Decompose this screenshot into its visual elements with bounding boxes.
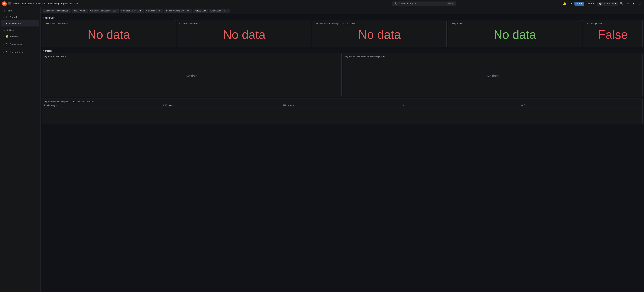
- ingress-section-header[interactable]: ▼ Ingress: [42, 48, 643, 53]
- administration-icon: ⚙: [6, 51, 8, 53]
- notifications-icon[interactable]: 🔔: [562, 1, 567, 6]
- expand-alerting-icon: ›: [4, 35, 4, 37]
- expand-admin-icon: ›: [4, 51, 4, 53]
- controller-class-value[interactable]: All ▾: [137, 9, 144, 13]
- svg-point-1: [4, 3, 5, 4]
- dashboard-content: Datasource Prometheus ▾ Job None ▾ Contr…: [40, 7, 644, 292]
- controller-label: Controller: [145, 9, 156, 13]
- controller-chevron-icon: ▾: [161, 10, 162, 12]
- in-label: IN: [402, 104, 404, 107]
- controller-panels-row: Controller Request Volume No data Contro…: [42, 20, 643, 47]
- time-range-picker[interactable]: 🕐 Last 6 hours ▾: [597, 2, 618, 6]
- filter-controller-namespace: Controller Namespace All ▾: [89, 9, 119, 13]
- controller-success-rate-value: No data: [315, 26, 444, 43]
- topbar: Home / Dashboards / KNIME Hub / Networki…: [0, 0, 644, 7]
- datasource-value-text: Prometheus: [57, 9, 68, 12]
- sidebar-item-alerting-label: Alerting: [10, 35, 18, 38]
- error-codes-label: Error Codes: [209, 9, 223, 13]
- filter-ingress[interactable]: Ingress All ▾: [193, 9, 208, 13]
- sidebar-item-connections-label: Connections: [10, 43, 22, 45]
- topbar-left: [2, 1, 12, 6]
- datasource-chevron-icon: ▾: [69, 10, 70, 12]
- p95-col-header[interactable]: P95 Latency: [163, 104, 283, 107]
- kiosk-icon[interactable]: ⤢: [637, 1, 642, 6]
- star-favorite-icon[interactable]: ★: [76, 2, 78, 5]
- p99-label: P99 Latency: [283, 104, 294, 107]
- error-codes-value[interactable]: All ▾: [222, 9, 229, 13]
- out-col-header[interactable]: OUT: [521, 104, 640, 107]
- sidebar-item-dashboards-label: Dashboards: [9, 22, 21, 25]
- controller-class-value-text: All: [138, 9, 140, 12]
- dashboard-panels: ▼ Controller Controller Request Volume N…: [40, 14, 644, 127]
- sidebar-item-starred-label: Starred: [10, 16, 17, 18]
- filter-ingress-namespace: Ingress Namespace All ▾: [164, 9, 192, 13]
- controller-connections-title: Controller Connections: [180, 22, 309, 25]
- sidebar-item-connections[interactable]: › ⚙ Connections: [1, 41, 39, 47]
- hamburger-menu-icon[interactable]: [8, 2, 12, 5]
- share-button[interactable]: Share: [586, 1, 596, 6]
- datasource-filter-value[interactable]: Prometheus ▾: [56, 9, 71, 13]
- controller-ns-value[interactable]: All ▾: [112, 9, 119, 13]
- p50-col-header[interactable]: P50 Latency ↓: [44, 104, 163, 107]
- ingress-chevron-icon: ▾: [206, 9, 206, 12]
- add-button[interactable]: Add ▾: [574, 2, 584, 5]
- breadcrumb-home[interactable]: Home: [13, 2, 19, 5]
- zoom-out-icon[interactable]: 🔍: [619, 1, 624, 6]
- last-config-failed-panel: Last Config Failed False: [583, 20, 643, 47]
- home-icon: ⌂: [4, 9, 5, 12]
- controller-ns-label: Controller Namespace: [89, 9, 112, 13]
- controller-section-header[interactable]: ▼ Controller: [42, 16, 643, 20]
- ingress-filter-label: Ingress: [194, 9, 201, 12]
- ingress-collapse-icon: ▼: [42, 50, 44, 52]
- expand-icon: ›: [4, 16, 4, 18]
- job-filter-label: Job: [72, 9, 78, 13]
- grafana-logo[interactable]: [2, 1, 7, 6]
- job-value-text: None: [80, 9, 85, 12]
- in-col-header[interactable]: IN: [402, 104, 521, 107]
- breadcrumb-dashboards[interactable]: Dashboards: [20, 2, 32, 5]
- ingress-ns-label: Ingress Namespace: [164, 9, 185, 13]
- topbar-right: 🔔 ⚙ Add ▾ Share 🕐 Last 6 hours ▾ 🔍 ↻ ▾ ⤢: [562, 1, 642, 6]
- sidebar-item-explore-label: Explore: [7, 29, 14, 31]
- add-label: Add: [576, 2, 580, 5]
- controller-ns-chevron-icon: ▾: [116, 10, 117, 12]
- sidebar-section-connections: › ⚙ Connections: [0, 40, 40, 47]
- controller-value[interactable]: All ▾: [156, 9, 163, 13]
- settings-icon[interactable]: ⚙: [568, 1, 573, 6]
- sidebar-section-admin: › ⚙ Administration: [0, 48, 40, 55]
- p50-label: P50 Latency: [44, 104, 55, 107]
- breadcrumb: Home / Dashboards / KNIME Hub / Networki…: [13, 2, 286, 5]
- last-config-failed-title: Last Config Failed: [586, 22, 640, 25]
- ingress-panels-row: Ingress Request Volume No data Ingress S…: [42, 53, 643, 97]
- search-placeholder: Search or jump to...: [398, 2, 446, 5]
- sidebar-item-alerting[interactable]: › 🔔 Alerting: [1, 33, 39, 39]
- ingress-ns-value[interactable]: All ▾: [185, 9, 192, 13]
- p99-col-header[interactable]: P99 Latency: [283, 104, 402, 107]
- sidebar-item-starred[interactable]: › ☆ Starred: [1, 14, 39, 20]
- sidebar-item-explore[interactable]: ◎ Explore: [1, 27, 39, 33]
- search-bar[interactable]: 🔍 Search or jump to... cmd+k: [392, 1, 456, 6]
- controller-request-volume-value: No data: [44, 26, 174, 43]
- refresh-options-icon[interactable]: ▾: [631, 1, 636, 6]
- starred-icon: ☆: [6, 16, 8, 18]
- explore-icon: ◎: [4, 28, 6, 31]
- time-range-label: Last 6 hours: [603, 2, 614, 5]
- ingress-success-rate-panel: Ingress Success Rate (non All-xx respons…: [343, 53, 643, 97]
- main-layout: ⌂ Home › ☆ Starred › ⊞ Dashboards ◎ Expl…: [0, 7, 644, 292]
- sidebar-item-home[interactable]: ⌂ Home: [1, 7, 39, 14]
- time-range-chevron-icon: ▾: [615, 2, 616, 5]
- ingress-success-rate-title: Ingress Success Rate (non All-xx respons…: [345, 55, 640, 58]
- refresh-icon[interactable]: ↻: [625, 1, 630, 6]
- out-label: OUT: [521, 104, 525, 107]
- ingress-section-title: Ingress: [45, 49, 52, 52]
- controller-section-title: Controller: [45, 17, 55, 19]
- ingress-request-volume-value: No data: [44, 59, 340, 93]
- connections-icon: ⚙: [6, 43, 8, 45]
- datasource-filter-label: Datasource: [42, 9, 56, 13]
- breadcrumb-current[interactable]: KNIME Hub / Networking / Ingress-NGINX: [34, 2, 76, 5]
- sidebar-item-dashboards[interactable]: › ⊞ Dashboards: [1, 20, 39, 26]
- sidebar-item-administration[interactable]: › ⚙ Administration: [1, 49, 39, 55]
- job-filter-value[interactable]: None ▾: [78, 9, 88, 13]
- error-codes-chevron-icon: ▾: [227, 10, 228, 12]
- ingress-success-rate-value: No data: [345, 59, 640, 93]
